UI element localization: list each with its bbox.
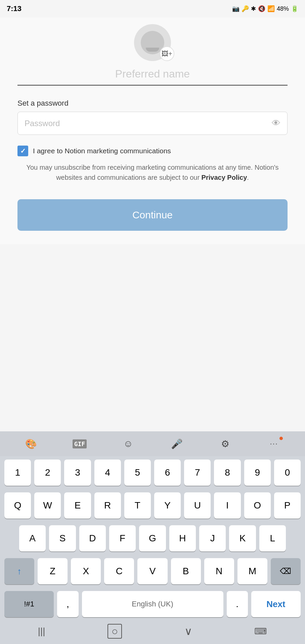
checkbox-label: I agree to Notion marketing communicatio… xyxy=(33,147,171,155)
key-g[interactable]: G xyxy=(139,525,166,551)
emoji-toolbar-button[interactable]: ☺ xyxy=(118,435,138,452)
gif-toolbar-button[interactable]: GIF xyxy=(70,435,90,452)
keyboard-icon: ⌨ xyxy=(254,626,267,636)
key-a[interactable]: A xyxy=(19,525,46,551)
app-content: 🖼+ Set a password 👁 ✓ I agree to Notion … xyxy=(0,17,305,244)
camera-icon: 📷 xyxy=(232,5,239,12)
battery-icon: 🔋 xyxy=(291,5,298,12)
recent-icon: ∨ xyxy=(184,625,192,637)
key-o[interactable]: O xyxy=(244,492,271,519)
key-0[interactable]: 0 xyxy=(274,460,301,486)
key-v[interactable]: V xyxy=(137,558,167,584)
key-1[interactable]: 1 xyxy=(4,460,31,486)
key-h[interactable]: H xyxy=(169,525,196,551)
key-n[interactable]: N xyxy=(204,558,234,584)
key-7[interactable]: 7 xyxy=(184,460,211,486)
status-bar: 7:13 📷 🔑 ✱ 🔇 📶 48% 🔋 xyxy=(0,0,305,17)
name-input-wrapper xyxy=(17,64,288,86)
home-nav-button[interactable]: ○ xyxy=(101,623,129,640)
key-e[interactable]: E xyxy=(64,492,91,519)
number-row: 1 2 3 4 5 6 7 8 9 0 xyxy=(0,456,305,489)
key-6[interactable]: 6 xyxy=(154,460,181,486)
key-y[interactable]: Y xyxy=(154,492,181,519)
key-f[interactable]: F xyxy=(109,525,136,551)
key-2[interactable]: 2 xyxy=(34,460,61,486)
next-key[interactable]: Next xyxy=(251,591,301,617)
bottom-row: !#1 , English (UK) . Next xyxy=(0,588,305,621)
marketing-text: You may unsubscribe from receiving marke… xyxy=(17,162,288,182)
sticker-icon: 🎨 xyxy=(25,438,37,449)
key-t[interactable]: T xyxy=(124,492,151,519)
checkbox-row: ✓ I agree to Notion marketing communicat… xyxy=(17,146,288,156)
zxcv-row: ↑ Z X C V B N M ⌫ xyxy=(0,555,305,588)
key-x[interactable]: X xyxy=(71,558,101,584)
checkmark-icon: ✓ xyxy=(20,147,26,155)
status-time: 7:13 xyxy=(7,4,21,13)
period-key[interactable]: . xyxy=(227,591,248,617)
key-r[interactable]: R xyxy=(94,492,121,519)
recent-nav-button[interactable]: ∨ xyxy=(178,623,199,640)
key-q[interactable]: Q xyxy=(4,492,31,519)
qwerty-row: Q W E R T Y U I O P xyxy=(0,489,305,522)
back-icon: ||| xyxy=(38,626,45,636)
back-nav-button[interactable]: ||| xyxy=(31,624,52,639)
home-icon: ○ xyxy=(107,624,122,639)
status-icons: 📷 🔑 ✱ 🔇 📶 48% 🔋 xyxy=(232,5,298,12)
key-l[interactable]: L xyxy=(259,525,286,551)
settings-toolbar-button[interactable]: ⚙ xyxy=(215,435,235,452)
key-4[interactable]: 4 xyxy=(94,460,121,486)
keyboard-area: 🎨 GIF ☺ 🎤 ⚙ ··· 1 2 3 4 5 6 7 8 9 0 Q W … xyxy=(0,431,305,644)
key-j[interactable]: J xyxy=(199,525,226,551)
key-b[interactable]: B xyxy=(171,558,201,584)
key-c[interactable]: C xyxy=(104,558,134,584)
key-s[interactable]: S xyxy=(49,525,76,551)
marketing-checkbox[interactable]: ✓ xyxy=(17,146,28,156)
key-u[interactable]: U xyxy=(184,492,211,519)
comma-key[interactable]: , xyxy=(57,591,78,617)
key-5[interactable]: 5 xyxy=(124,460,151,486)
key-w[interactable]: W xyxy=(34,492,61,519)
key-8[interactable]: 8 xyxy=(214,460,241,486)
add-photo-icon: 🖼+ xyxy=(162,50,172,58)
avatar-circle: 🖼+ xyxy=(134,24,171,61)
symbols-key[interactable]: !#1 xyxy=(4,591,54,617)
key-m[interactable]: M xyxy=(237,558,267,584)
backspace-key[interactable]: ⌫ xyxy=(271,558,301,584)
keyboard-nav-button[interactable]: ⌨ xyxy=(248,624,274,639)
bluetooth-icon: ✱ xyxy=(251,5,256,12)
mute-icon: 🔇 xyxy=(258,5,265,12)
show-password-icon[interactable]: 👁 xyxy=(272,118,280,128)
key-d[interactable]: D xyxy=(79,525,106,551)
asdf-row: A S D F G H J K L xyxy=(0,522,305,555)
key-z[interactable]: Z xyxy=(38,558,68,584)
password-input-wrapper: 👁 xyxy=(17,112,288,135)
more-toolbar-button[interactable]: ··· xyxy=(264,435,284,452)
gif-icon: GIF xyxy=(73,439,87,448)
mic-toolbar-button[interactable]: 🎤 xyxy=(167,435,187,452)
space-key[interactable]: English (UK) xyxy=(82,591,223,617)
nav-bar: ||| ○ ∨ ⌨ xyxy=(0,621,305,644)
password-section-label: Set a password xyxy=(17,99,288,108)
password-input[interactable] xyxy=(25,119,272,128)
avatar-section: 🖼+ xyxy=(134,17,171,61)
key-i[interactable]: I xyxy=(214,492,241,519)
sticker-toolbar-button[interactable]: 🎨 xyxy=(21,435,41,452)
gear-icon: ⚙ xyxy=(221,438,229,449)
key-9[interactable]: 9 xyxy=(244,460,271,486)
wifi-signal-icon: 📶 xyxy=(267,5,275,12)
preferred-name-input[interactable] xyxy=(17,64,288,84)
continue-button[interactable]: Continue xyxy=(17,199,288,231)
key-3[interactable]: 3 xyxy=(64,460,91,486)
battery-text: 48% xyxy=(277,5,289,12)
microphone-icon: 🎤 xyxy=(171,438,183,449)
privacy-policy-link[interactable]: Privacy Policy xyxy=(202,174,247,181)
avatar-add-button[interactable]: 🖼+ xyxy=(160,46,174,61)
shift-key[interactable]: ↑ xyxy=(4,558,34,584)
key-icon: 🔑 xyxy=(242,5,249,12)
key-p[interactable]: P xyxy=(274,492,301,519)
keyboard-toolbar: 🎨 GIF ☺ 🎤 ⚙ ··· xyxy=(0,431,305,456)
more-icon: ··· xyxy=(270,439,278,448)
smiley-icon: ☺ xyxy=(123,438,133,449)
key-k[interactable]: K xyxy=(229,525,256,551)
